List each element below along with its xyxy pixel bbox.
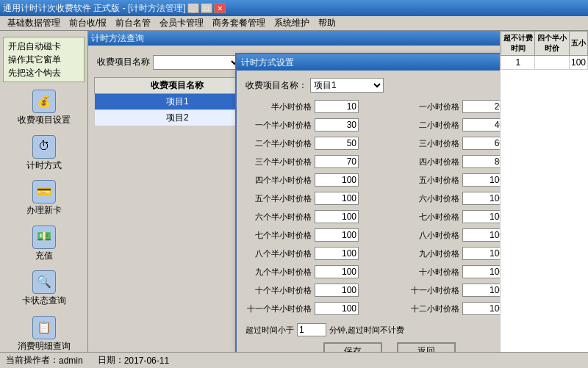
price-grid: 半小时价格一小时价格一个半小时价格二小时价格二个半小时价格三小时价格三个半小时价… bbox=[245, 100, 500, 317]
menu-basic-data[interactable]: 基础数据管理 bbox=[3, 16, 65, 30]
price-input-right-5[interactable] bbox=[462, 192, 500, 205]
price-input-right-6[interactable] bbox=[462, 210, 500, 223]
footer-suffix: 分钟,超过时间不计费 bbox=[329, 325, 404, 336]
price-input-right-0[interactable] bbox=[462, 100, 500, 113]
price-input-left-4[interactable] bbox=[315, 173, 359, 187]
price-label-left-5: 五个半小时价格 bbox=[245, 193, 312, 204]
sidebar-item-recharge[interactable]: 💵 充值 bbox=[0, 221, 87, 267]
price-input-left-7[interactable] bbox=[315, 228, 359, 242]
price-input-right-10[interactable] bbox=[462, 284, 500, 297]
footer-prefix: 超过时间小于 bbox=[245, 325, 294, 336]
price-input-right-7[interactable] bbox=[462, 228, 500, 242]
price-input-right-8[interactable] bbox=[462, 247, 500, 260]
modal-footer-row: 超过时间小于 1 分钟,超过时间不计费 bbox=[245, 323, 500, 336]
price-row-right-11: 十二小时价格 bbox=[393, 302, 500, 315]
price-input-right-3[interactable] bbox=[462, 155, 500, 168]
sidebar-top-line3: 先把这个钩去 bbox=[8, 66, 79, 79]
price-input-right-4[interactable] bbox=[462, 173, 500, 187]
price-input-right-9[interactable] bbox=[462, 265, 500, 278]
price-row-left-4: 四个半小时价格 bbox=[245, 173, 386, 187]
price-row-left-0: 半小时价格 bbox=[245, 100, 386, 113]
price-input-left-2[interactable] bbox=[315, 137, 359, 150]
price-label-left-8: 八个半小时价格 bbox=[245, 248, 312, 259]
right-col2: 四个半小时价 bbox=[535, 32, 569, 56]
price-row-left-1: 一个半小时价格 bbox=[245, 118, 386, 131]
price-row-right-5: 六小时价格 bbox=[393, 192, 500, 205]
sidebar-item-card-status-label: 卡状态查询 bbox=[22, 295, 66, 307]
price-input-left-6[interactable] bbox=[315, 210, 359, 223]
price-label-left-4: 四个半小时价格 bbox=[245, 175, 312, 186]
price-row-right-8: 九小时价格 bbox=[393, 247, 500, 260]
app-window: 通用计时计次收费软件 正式版 - [计时方法管理] _ □ ✕ 基础数据管理 前… bbox=[0, 0, 588, 368]
status-bar: 当前操作者： admin 日期： 2017-06-11 bbox=[0, 352, 588, 368]
sidebar-item-timing-label: 计时方式 bbox=[26, 160, 62, 172]
price-label-right-1: 二小时价格 bbox=[393, 120, 459, 131]
price-input-left-11[interactable] bbox=[315, 302, 359, 315]
search-select[interactable] bbox=[153, 55, 241, 70]
price-input-right-11[interactable] bbox=[462, 302, 500, 315]
price-label-left-3: 三个半小时价格 bbox=[245, 156, 312, 167]
query-title-text: 计时方法查询 bbox=[91, 32, 144, 45]
operator-label: 当前操作者： bbox=[6, 354, 59, 367]
menu-help[interactable]: 帮助 bbox=[314, 16, 340, 30]
sidebar-top-notice: 开启自动磁卡 操作其它窗单 先把这个钩去 bbox=[3, 37, 85, 82]
right-table: 超不计费时间 四个半小时价 五小 1100 bbox=[501, 31, 588, 70]
menu-system[interactable]: 系统维护 bbox=[270, 16, 314, 30]
sidebar-item-new-card[interactable]: 💳 办理新卡 bbox=[0, 176, 87, 221]
price-label-left-6: 六个半小时价格 bbox=[245, 212, 312, 223]
modal-title-text: 计时方式设置 bbox=[241, 57, 498, 69]
price-row-left-5: 五个半小时价格 bbox=[245, 192, 386, 205]
price-input-left-5[interactable] bbox=[315, 192, 359, 205]
price-input-right-2[interactable] bbox=[462, 137, 500, 150]
app-title: 通用计时计次收费软件 正式版 - [计时方法管理] bbox=[3, 2, 186, 15]
price-label-left-0: 半小时价格 bbox=[245, 101, 312, 112]
price-row-left-10: 十个半小时价格 bbox=[245, 284, 386, 297]
consumption-icon: 📋 bbox=[32, 316, 56, 339]
menu-front-desk[interactable]: 前台收/报 bbox=[65, 16, 111, 30]
right-col1: 超不计费时间 bbox=[501, 32, 535, 56]
right-table-row: 1100 bbox=[501, 56, 588, 70]
menu-front-name[interactable]: 前台名管 bbox=[111, 16, 155, 30]
modal-project-select[interactable]: 项目1 bbox=[310, 78, 384, 93]
price-input-left-1[interactable] bbox=[315, 118, 359, 131]
menu-member-card[interactable]: 会员卡管理 bbox=[155, 16, 208, 30]
sidebar-item-consumption[interactable]: 📋 消费明细查询 bbox=[0, 311, 87, 357]
sidebar-item-card-status[interactable]: 🔍 卡状态查询 bbox=[0, 266, 87, 311]
timing-icon: ⏱ bbox=[32, 135, 56, 159]
right-cell-col3: 100 bbox=[569, 56, 587, 70]
search-label: 收费项目名称 bbox=[97, 56, 150, 68]
price-row-right-6: 七小时价格 bbox=[393, 210, 500, 223]
sidebar-item-recharge-label: 充值 bbox=[35, 250, 53, 262]
recharge-icon: 💵 bbox=[32, 226, 56, 249]
price-label-right-7: 八小时价格 bbox=[393, 230, 459, 241]
close-btn[interactable]: ✕ bbox=[214, 3, 226, 13]
content-area: 计时方法查询 收费项目名称 查询 收费项目名称 半小时价 一小时价 bbox=[88, 31, 500, 367]
price-input-left-3[interactable] bbox=[315, 155, 359, 168]
price-input-right-1[interactable] bbox=[462, 118, 500, 131]
price-label-right-2: 三小时价格 bbox=[393, 138, 459, 149]
menu-combo[interactable]: 商务套餐管理 bbox=[208, 16, 270, 30]
modal-title-bar: 计时方式设置 _ □ ✕ bbox=[237, 54, 500, 71]
price-row-right-2: 三小时价格 bbox=[393, 137, 500, 150]
price-input-left-10[interactable] bbox=[315, 284, 359, 297]
date-value: 2017-06-11 bbox=[124, 356, 169, 366]
minimize-btn[interactable]: _ bbox=[187, 3, 199, 13]
price-input-left-9[interactable] bbox=[315, 265, 359, 278]
price-label-right-9: 十小时价格 bbox=[393, 267, 459, 278]
price-label-left-9: 九个半小时价格 bbox=[245, 267, 312, 278]
sidebar-item-charge-settings[interactable]: 💰 收费项目设置 bbox=[0, 85, 87, 131]
card-status-icon: 🔍 bbox=[32, 270, 56, 294]
sidebar-item-charge-label: 收费项目设置 bbox=[18, 115, 71, 126]
price-input-left-0[interactable] bbox=[315, 100, 359, 113]
sidebar-item-new-card-label: 办理新卡 bbox=[26, 205, 62, 217]
price-row-right-10: 十一小时价格 bbox=[393, 284, 500, 297]
footer-value-input[interactable]: 1 bbox=[297, 323, 326, 336]
new-card-icon: 💳 bbox=[32, 180, 56, 203]
sidebar-item-consumption-label: 消费明细查询 bbox=[18, 341, 71, 353]
right-cell-col1: 1 bbox=[501, 56, 535, 70]
sidebar: 开启自动磁卡 操作其它窗单 先把这个钩去 💰 收费项目设置 ⏱ 计时方式 💳 办… bbox=[0, 31, 88, 367]
maximize-btn[interactable]: □ bbox=[201, 3, 212, 13]
price-input-left-8[interactable] bbox=[315, 247, 359, 260]
sidebar-item-timing[interactable]: ⏱ 计时方式 bbox=[0, 131, 87, 176]
price-label-right-5: 六小时价格 bbox=[393, 193, 459, 204]
